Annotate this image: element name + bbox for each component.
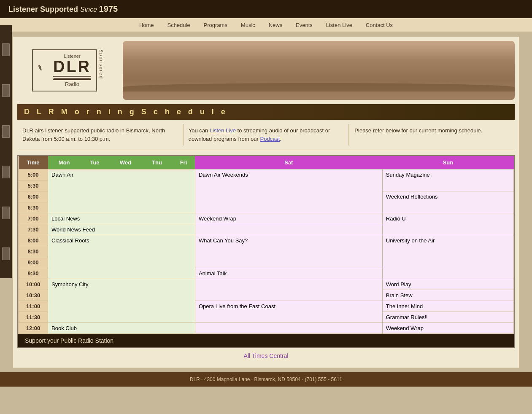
side-block [2,166,10,178]
schedule-table: Time Mon Tue Wed Thu Fri Sat Sun 5:00Daw… [18,156,514,334]
side-block [2,247,10,260]
desc-col-1: DLR airs listener-supported public radio… [17,124,184,145]
all-times: All Times Central [17,352,515,359]
col-header-thu: Thu [142,156,172,169]
weekday-cell: Local News [48,213,195,224]
table-row: 12:00Book ClubWeekend Wrap [19,323,514,334]
sun-cell: Radio U [382,213,513,235]
schedule-tbody: 5:00Dawn AirDawn Air WeekendsSunday Maga… [19,169,514,334]
podcast-link[interactable]: Podcast [260,136,280,142]
sun-cell: The Inner Mind [382,301,513,312]
sun-cell: Grammar Rules!! [382,312,513,323]
col-header-mon: Mon [48,156,81,169]
col-header-wed: Wed [109,156,142,169]
nav-events[interactable]: Events [296,22,313,28]
sat-cell [195,224,382,235]
weekday-cell: World News Feed [48,224,195,235]
table-row: 8:00Classical RootsWhat Can You Say?Univ… [19,235,514,246]
logo-banner: Listener DLR Radio Sponsored [17,41,515,100]
sat-cell: Animal Talk [195,268,382,279]
sun-cell: Weekend Reflections [382,191,513,213]
weekday-cell: Dawn Air [48,169,195,213]
nav-schedule[interactable]: Schedule [167,22,190,28]
nav-listen-live[interactable]: Listen Live [326,22,352,28]
table-row: 5:00Dawn AirDawn Air WeekendsSunday Maga… [19,169,514,180]
time-cell: 6:30 [19,202,48,213]
time-cell: 5:00 [19,169,48,180]
banner-image [123,41,515,100]
sun-cell: Sunday Magazine [382,169,513,191]
sat-cell: Weekend Wrap [195,213,382,224]
schedule-wrapper: Time Mon Tue Wed Thu Fri Sat Sun 5:00Daw… [17,155,515,348]
side-block [2,43,10,56]
time-cell: 9:00 [19,257,48,268]
sat-cell [195,323,382,334]
top-header: Listener Supported Since 1975 [0,0,532,18]
sat-cell: What Can You Say? [195,235,382,268]
time-cell: 12:00 [19,323,48,334]
side-block [2,125,10,138]
weekday-cell: Symphony City [48,279,195,323]
col-header-sat: Sat [195,156,382,169]
col-header-sun: Sun [382,156,513,169]
sponsored-text: Sponsored [99,49,104,79]
sat-cell: Opera Live from the East Coast [195,301,382,323]
schedule-title: D L R M o r n i n g S c h e d u l e [17,104,515,120]
nav-news[interactable]: News [269,22,283,28]
sun-cell: Brain Stew [382,290,513,301]
time-cell: 10:30 [19,290,48,301]
logo-dlr: DLR [53,59,91,75]
weekday-cell: Book Club [48,323,195,334]
desc-post: . [280,136,281,142]
time-cell: 9:30 [19,268,48,279]
time-cell: 7:00 [19,213,48,224]
weekday-cell: Classical Roots [48,235,195,279]
desc-col-2: You can Listen Live to streaming audio o… [184,124,350,145]
time-cell: 6:00 [19,191,48,202]
sat-cell [195,279,382,301]
desc-col-3: Please refer below for our current morni… [349,124,515,145]
col-header-tue: Tue [81,156,109,169]
time-cell: 11:30 [19,312,48,323]
time-cell: 5:30 [19,180,48,191]
side-block [2,84,10,97]
table-row: 10:00Symphony CityWord Play [19,279,514,290]
time-cell: 8:00 [19,235,48,246]
col-header-time: Time [19,156,48,169]
logo-box: Listener DLR Radio [32,49,97,91]
desc-text-3: Please refer below for our current morni… [354,127,482,134]
nav-programs[interactable]: Programs [204,22,227,28]
main-content: Listener DLR Radio Sponsored D L R M o r… [13,36,519,368]
header-since: Since [80,6,99,13]
time-cell: 11:00 [19,301,48,312]
side-decoration [0,25,12,278]
nav-contact[interactable]: Contact Us [366,22,393,28]
time-cell: 7:30 [19,224,48,235]
page-footer: DLR · 4300 Magnolia Lane · Bismarck, ND … [0,372,532,387]
logo-area: Listener DLR Radio Sponsored [17,47,119,94]
logo-radio: Radio [53,81,91,87]
sun-cell: Weekend Wrap [382,323,513,334]
logo-bar [53,76,91,77]
nav-bar: Home Schedule Programs Music News Events… [0,18,532,32]
nav-music[interactable]: Music [241,22,255,28]
sun-cell: Word Play [382,279,513,290]
side-block [2,207,10,219]
sun-cell: University on the Air [382,235,513,279]
desc-pre: You can [189,127,210,134]
header-listener-supported: Listener Supported [8,5,78,13]
time-cell: 10:00 [19,279,48,290]
sat-cell: Dawn Air Weekends [195,169,382,213]
radio-waves-icon [38,62,51,79]
table-row: 7:00Local NewsWeekend WrapRadio U [19,213,514,224]
description-area: DLR airs listener-supported public radio… [17,124,515,150]
desc-text-1: DLR airs listener-supported public radio… [22,127,165,142]
header-year: 1975 [99,4,118,13]
col-header-fri: Fri [172,156,195,169]
listen-live-link[interactable]: Listen Live [210,127,236,134]
nav-home[interactable]: Home [139,22,154,28]
table-footer: Support your Public Radio Station [18,334,514,347]
time-cell: 8:30 [19,246,48,257]
